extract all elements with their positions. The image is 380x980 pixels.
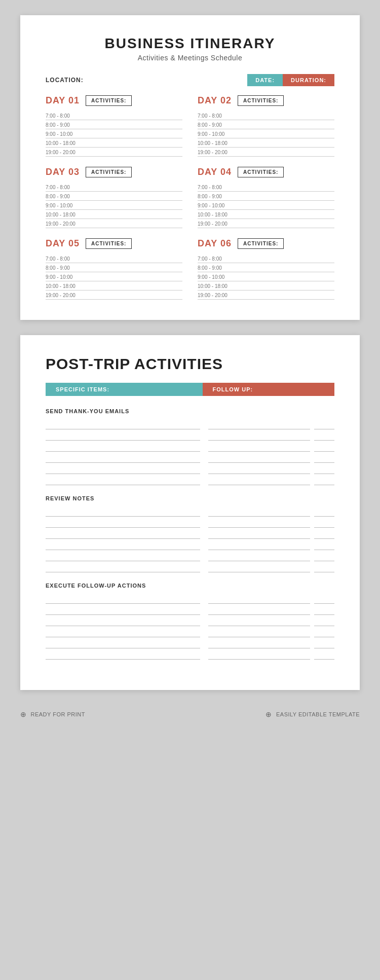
time-slot: 8:00 - 9:00	[198, 120, 334, 129]
line-item	[46, 648, 200, 660]
line-item	[46, 452, 200, 463]
time-slot: 9:00 - 10:00	[198, 272, 334, 281]
time-text: 7:00 - 8:00	[198, 183, 334, 191]
time-text: 8:00 - 9:00	[198, 192, 334, 200]
line-item	[46, 474, 200, 485]
right-lines-inner	[208, 593, 334, 660]
time-line	[46, 299, 182, 300]
day-block-1: DAY 01ACTIVITIES:7:00 - 8:008:00 - 9:009…	[46, 95, 182, 157]
line-item	[208, 474, 310, 485]
day-header-5: DAY 05ACTIVITIES:	[46, 238, 182, 249]
time-text: 7:00 - 8:00	[198, 254, 334, 263]
time-text: 8:00 - 9:00	[198, 120, 334, 129]
time-text: 19:00 - 20:00	[46, 148, 182, 156]
line-item	[314, 474, 334, 485]
post-section-1: SEND THANK-YOU EMAILS	[46, 408, 334, 485]
page-subtitle: Activities & Meetings Schedule	[46, 54, 334, 62]
line-item	[208, 626, 310, 637]
time-text: 10:00 - 18:00	[198, 138, 334, 147]
line-item	[314, 528, 334, 539]
line-item	[46, 418, 200, 429]
line-item	[208, 615, 310, 626]
time-text: 9:00 - 10:00	[46, 272, 182, 281]
footer: ⊕ READY FOR PRINT ⊕ EASILY EDITABLE TEMP…	[20, 705, 360, 723]
line-item	[46, 626, 200, 637]
time-slot: 7:00 - 8:00	[198, 254, 334, 263]
time-slot: 10:00 - 18:00	[46, 281, 182, 291]
line-item	[314, 615, 334, 626]
activities-box-2: ACTIVITIES:	[238, 95, 284, 106]
day-label-3: DAY 03	[46, 167, 80, 177]
time-text: 10:00 - 18:00	[46, 210, 182, 219]
time-slot: 10:00 - 18:00	[46, 138, 182, 148]
activities-box-1: ACTIVITIES:	[86, 95, 132, 106]
line-item	[46, 539, 200, 550]
right-lines-inner	[208, 418, 334, 485]
time-text: 19:00 - 20:00	[46, 291, 182, 299]
post-sections: SEND THANK-YOU EMAILSREVIEW NOTESEXECUTE…	[46, 408, 334, 660]
line-item	[208, 593, 310, 604]
time-slots-4: 7:00 - 8:008:00 - 9:009:00 - 10:0010:00 …	[198, 183, 334, 228]
right-lines	[208, 505, 334, 572]
line-item	[208, 539, 310, 550]
time-text: 7:00 - 8:00	[198, 111, 334, 120]
line-item	[314, 463, 334, 474]
time-text: 19:00 - 20:00	[198, 291, 334, 299]
time-text: 19:00 - 20:00	[46, 219, 182, 228]
time-slot: 19:00 - 20:00	[198, 148, 334, 157]
time-text: 9:00 - 10:00	[46, 201, 182, 209]
day-block-6: DAY 06ACTIVITIES:7:00 - 8:008:00 - 9:009…	[198, 238, 334, 300]
line-item	[208, 637, 310, 648]
activities-box-3: ACTIVITIES:	[86, 167, 132, 177]
left-lines	[46, 593, 200, 660]
time-text: 7:00 - 8:00	[46, 183, 182, 191]
right-lines	[208, 418, 334, 485]
line-item	[314, 604, 334, 615]
time-slot: 7:00 - 8:00	[198, 183, 334, 192]
left-lines	[46, 418, 200, 485]
line-item	[208, 648, 310, 660]
line-item	[46, 463, 200, 474]
duration-box: DURATION:	[283, 74, 334, 86]
time-text: 8:00 - 9:00	[46, 120, 182, 129]
post-section-2: REVIEW NOTES	[46, 495, 334, 572]
day-label-6: DAY 06	[198, 238, 232, 249]
time-line	[46, 228, 182, 228]
day-block-5: DAY 05ACTIVITIES:7:00 - 8:008:00 - 9:009…	[46, 238, 182, 300]
time-slot: 19:00 - 20:00	[198, 219, 334, 228]
time-slots-6: 7:00 - 8:008:00 - 9:009:00 - 10:0010:00 …	[198, 254, 334, 300]
right-col-small	[314, 418, 334, 485]
line-item	[314, 637, 334, 648]
time-text: 10:00 - 18:00	[198, 281, 334, 290]
time-slot: 10:00 - 18:00	[46, 210, 182, 219]
time-slot: 7:00 - 8:00	[46, 254, 182, 263]
time-slots-5: 7:00 - 8:008:00 - 9:009:00 - 10:0010:00 …	[46, 254, 182, 300]
right-lines	[208, 593, 334, 660]
line-item	[208, 418, 310, 429]
line-item	[208, 463, 310, 474]
time-slot: 19:00 - 20:00	[46, 148, 182, 157]
time-text: 9:00 - 10:00	[198, 201, 334, 209]
time-slot: 19:00 - 20:00	[46, 291, 182, 300]
time-text: 10:00 - 18:00	[46, 281, 182, 290]
print-icon: ⊕	[20, 710, 27, 718]
line-item	[314, 648, 334, 660]
location-row: LOCATION: DATE: DURATION:	[46, 74, 334, 86]
time-slots-1: 7:00 - 8:008:00 - 9:009:00 - 10:0010:00 …	[46, 111, 182, 157]
post-section-content-2	[46, 505, 334, 572]
time-text: 7:00 - 8:00	[46, 111, 182, 120]
time-slot: 9:00 - 10:00	[198, 129, 334, 138]
activities-box-4: ACTIVITIES:	[238, 167, 284, 177]
time-text: 19:00 - 20:00	[198, 148, 334, 156]
editable-icon: ⊕	[265, 710, 272, 718]
time-slot: 19:00 - 20:00	[46, 219, 182, 228]
day-block-3: DAY 03ACTIVITIES:7:00 - 8:008:00 - 9:009…	[46, 167, 182, 228]
line-item	[46, 561, 200, 572]
day-label-4: DAY 04	[198, 167, 232, 177]
time-slot: 8:00 - 9:00	[198, 263, 334, 272]
line-item	[208, 517, 310, 528]
location-label: LOCATION:	[46, 77, 247, 84]
time-line	[198, 156, 334, 157]
line-item	[46, 429, 200, 441]
line-item	[46, 637, 200, 648]
